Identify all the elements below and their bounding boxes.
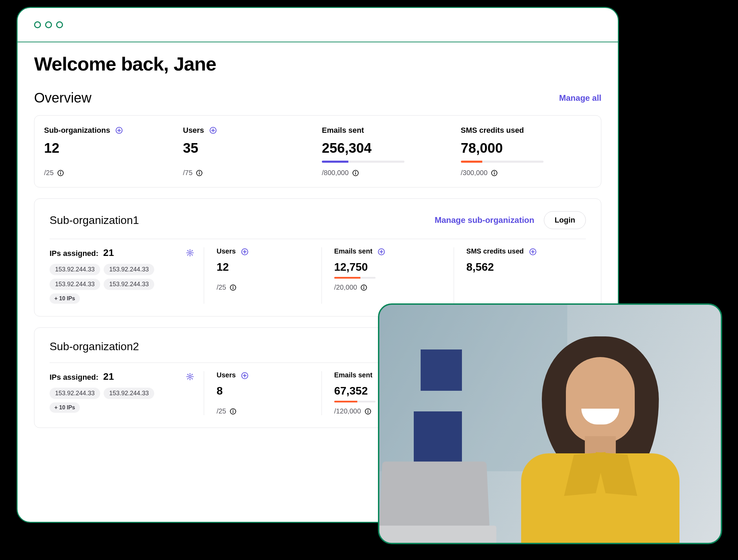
metric-users: Users 35 /75	[183, 126, 314, 177]
ips-column: IPs assigned: 21 153.92.244.33 153.92.24…	[50, 247, 204, 304]
ip-chips: 153.92.244.33 153.92.244.33 153.92.244.3…	[50, 264, 194, 290]
plus-circle-icon[interactable]	[209, 126, 217, 134]
suborg-card: Sub-organization1 Manage sub-organizatio…	[34, 198, 601, 316]
ip-more-chip[interactable]: + 10 IPs	[50, 293, 80, 304]
metric-limit: /75	[183, 169, 193, 177]
info-icon[interactable]	[230, 408, 236, 415]
manage-all-link[interactable]: Manage all	[559, 93, 601, 103]
ips-column: IPs assigned: 21 153.92.244.33 153.92.24…	[50, 371, 204, 415]
metric-label: SMS credits used	[466, 247, 524, 255]
metric-limit: /120,000	[334, 407, 361, 415]
info-icon[interactable]	[57, 170, 64, 176]
metric-emails: Emails sent 256,304 /800,000	[322, 126, 453, 177]
metric-limit: /25	[217, 283, 226, 291]
metric-value: 256,304	[322, 140, 453, 156]
metric-suborgs: Sub-organizations 12 /25	[44, 126, 175, 177]
ip-chip: 153.92.244.33	[50, 279, 100, 290]
metric-label: Users	[217, 371, 236, 379]
metric-label: Emails sent	[322, 126, 364, 135]
ips-label: IPs assigned:	[50, 373, 98, 382]
hero-photo	[378, 303, 722, 544]
window-control-dot[interactable]	[56, 21, 63, 28]
suborg-metric-emails: Emails sent 12,750 /20,000	[321, 247, 454, 304]
ips-count: 21	[103, 371, 114, 382]
gear-icon[interactable]	[186, 249, 194, 257]
progress-bar	[334, 401, 376, 402]
info-icon[interactable]	[230, 284, 236, 291]
window-control-dot[interactable]	[45, 21, 52, 28]
ip-chip: 153.92.244.33	[104, 279, 154, 290]
metric-limit: /20,000	[334, 283, 357, 291]
plus-circle-icon[interactable]	[241, 248, 248, 255]
ips-count: 21	[103, 247, 114, 258]
ips-label: IPs assigned:	[50, 249, 98, 258]
info-icon[interactable]	[352, 170, 359, 176]
metric-limit: /800,000	[322, 169, 349, 177]
metric-value: 12	[217, 261, 312, 273]
plus-circle-icon[interactable]	[529, 248, 536, 255]
metric-label: Emails sent	[334, 247, 372, 255]
progress-bar	[461, 161, 544, 163]
plus-circle-icon[interactable]	[241, 371, 248, 379]
manage-suborg-link[interactable]: Manage sub-organization	[435, 215, 534, 225]
metric-label: SMS credits used	[461, 126, 524, 135]
metric-label: Users	[217, 247, 236, 255]
suborg-metric-users: Users 12 /25	[204, 247, 321, 304]
suborg-title: Sub-organization1	[50, 214, 139, 227]
metric-value: 35	[183, 140, 314, 156]
metric-limit: /300,000	[461, 169, 488, 177]
metric-value: 12	[44, 140, 175, 156]
info-icon[interactable]	[491, 170, 498, 176]
info-icon[interactable]	[360, 284, 367, 291]
login-button[interactable]: Login	[544, 211, 586, 229]
progress-bar	[334, 277, 376, 279]
info-icon[interactable]	[365, 408, 371, 415]
overview-header: Overview Manage all	[34, 90, 601, 106]
window-control-dot[interactable]	[34, 21, 41, 28]
ip-chips: 153.92.244.33 153.92.244.33	[50, 388, 194, 399]
metric-value: 8,562	[466, 261, 576, 273]
metric-limit: /25	[44, 169, 54, 177]
progress-bar	[322, 161, 404, 163]
suborg-title: Sub-organization2	[50, 340, 139, 353]
ip-more-chip[interactable]: + 10 IPs	[50, 402, 80, 413]
suborg-metric-users: Users 8 /25	[204, 371, 321, 415]
metric-label: Emails sent	[334, 371, 372, 379]
metric-sms: SMS credits used 78,000 /300,000	[461, 126, 592, 177]
metric-value: 8	[217, 385, 312, 397]
metric-value: 12,750	[334, 261, 444, 273]
suborg-metric-sms: SMS credits used 8,562	[454, 247, 586, 304]
metric-limit: /25	[217, 407, 226, 415]
overview-title: Overview	[34, 90, 92, 106]
info-icon[interactable]	[196, 170, 203, 176]
overview-card: Sub-organizations 12 /25 Users	[34, 115, 601, 187]
metric-value: 78,000	[461, 140, 592, 156]
plus-circle-icon[interactable]	[115, 126, 123, 134]
plus-circle-icon[interactable]	[377, 248, 385, 255]
ip-chip: 153.92.244.33	[50, 264, 100, 275]
metric-label: Users	[183, 126, 204, 135]
ip-chip: 153.92.244.33	[50, 388, 100, 399]
gear-icon[interactable]	[186, 373, 194, 381]
ip-chip: 153.92.244.33	[104, 264, 154, 275]
metric-label: Sub-organizations	[44, 126, 110, 135]
ip-chip: 153.92.244.33	[104, 388, 154, 399]
welcome-heading: Welcome back, Jane	[34, 53, 601, 75]
window-titlebar	[18, 8, 618, 42]
